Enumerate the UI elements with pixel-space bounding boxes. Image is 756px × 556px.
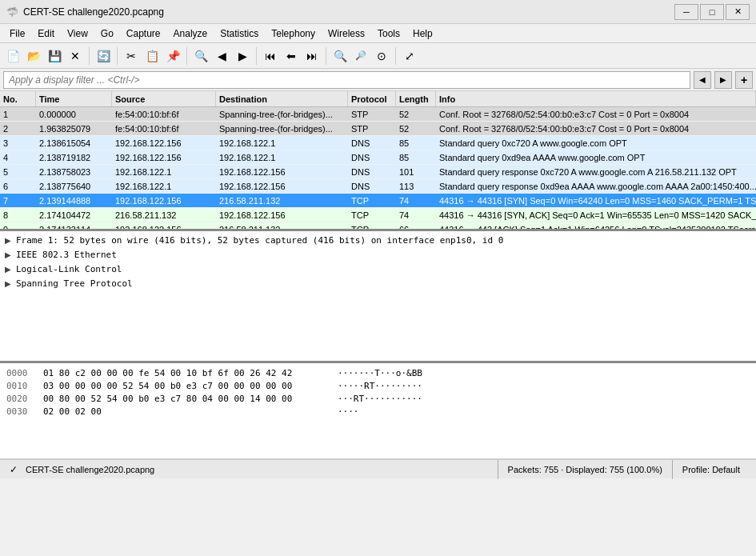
toolbar-close-button[interactable]: ✕ (66, 46, 85, 66)
filter-add-button[interactable]: + (735, 71, 753, 89)
col-header-protocol[interactable]: Protocol (348, 91, 396, 106)
menu-item-telephony[interactable]: Telephony (265, 25, 322, 42)
hex-row: 000001 80 c2 00 00 00 fe 54 00 10 bf 6f … (6, 366, 750, 379)
packet-detail: ▶Frame 1: 52 bytes on wire (416 bits), 5… (0, 231, 756, 363)
toolbar-sep-3 (186, 47, 187, 65)
hex-offset: 0000 (6, 368, 37, 378)
filter-input[interactable] (3, 71, 690, 89)
title-bar-controls[interactable]: ─ □ ✕ (674, 4, 750, 20)
packet-cell-dst: 192.168.122.156 (216, 165, 348, 178)
maximize-button[interactable]: □ (700, 4, 724, 20)
status-profile: Profile: Default (672, 460, 750, 479)
menu-item-help[interactable]: Help (406, 25, 439, 42)
packet-row[interactable]: 92.174133114192.168.122.156216.58.211.13… (0, 222, 756, 229)
packet-row[interactable]: 72.139144888192.168.122.156216.58.211.13… (0, 194, 756, 208)
title-bar-left: 🦈 CERT-SE challenge2020.pcapng (6, 6, 164, 18)
detail-toggle-icon: ▶ (5, 279, 16, 288)
detail-row[interactable]: ▶IEEE 802.3 Ethernet (3, 247, 753, 262)
packet-cell-src: 192.168.122.156 (112, 136, 216, 150)
col-header-length[interactable]: Length (396, 91, 436, 106)
packet-cell-time: 2.138758023 (36, 165, 112, 178)
toolbar-new-button[interactable]: 📄 (3, 46, 22, 66)
app-icon: 🦈 (6, 6, 18, 18)
packet-cell-dst: 192.168.122.1 (216, 136, 348, 150)
packet-list: No. Time Source Destination Protocol Len… (0, 91, 756, 231)
packet-cell-proto: TCP (348, 208, 396, 222)
toolbar-go-first-button[interactable]: ⏮ (261, 46, 280, 66)
detail-item-text: Spanning Tree Protocol (16, 278, 133, 289)
packet-row[interactable]: 32.138615054192.168.122.156192.168.122.1… (0, 136, 756, 150)
packet-cell-no: 5 (0, 165, 36, 178)
menu-item-file[interactable]: File (3, 25, 31, 42)
packet-cell-no: 4 (0, 150, 36, 164)
toolbar-zoom-normal-button[interactable]: ⊙ (372, 46, 391, 66)
col-header-no[interactable]: No. (0, 91, 36, 106)
col-header-info[interactable]: Info (436, 91, 756, 106)
packet-cell-proto: DNS (348, 165, 396, 178)
packet-cell-info: Standard query response 0xc720 A www.goo… (436, 165, 756, 178)
toolbar-resize-button[interactable]: ⤢ (400, 46, 419, 66)
toolbar-copy-button[interactable]: 📋 (142, 46, 162, 66)
detail-toggle-icon: ▶ (5, 236, 16, 245)
minimize-button[interactable]: ─ (674, 4, 698, 20)
col-header-source[interactable]: Source (112, 91, 216, 106)
hex-ascii: ···RT··········· (338, 394, 422, 404)
detail-row[interactable]: ▶Frame 1: 52 bytes on wire (416 bits), 5… (3, 233, 753, 247)
packet-cell-info: Standard query response 0xd9ea AAAA www.… (436, 179, 756, 193)
packet-row[interactable]: 62.138775640192.168.122.1192.168.122.156… (0, 179, 756, 194)
toolbar-reload-button[interactable]: 🔄 (94, 46, 113, 66)
menu-item-analyze[interactable]: Analyze (167, 25, 214, 42)
packet-cell-src: 192.168.122.1 (112, 179, 216, 193)
packet-cell-len: 101 (396, 165, 436, 178)
detail-item-text: Logical-Link Control (16, 264, 122, 274)
close-button[interactable]: ✕ (726, 4, 750, 20)
packet-cell-len: 113 (396, 179, 436, 193)
detail-row[interactable]: ▶Logical-Link Control (3, 262, 753, 276)
packet-cell-no: 2 (0, 122, 36, 135)
packet-row[interactable]: 52.138758023192.168.122.1192.168.122.156… (0, 165, 756, 179)
menu-item-wireless[interactable]: Wireless (322, 25, 371, 42)
toolbar-open-button[interactable]: 📂 (24, 46, 43, 66)
toolbar-prev-button[interactable]: ◀ (212, 46, 231, 66)
packet-row[interactable]: 10.000000fe:54:00:10:bf:6fSpanning-tree-… (0, 107, 756, 122)
detail-item-text: IEEE 802.3 Ethernet (16, 250, 117, 260)
hex-bytes: 01 80 c2 00 00 00 fe 54 00 10 bf 6f 00 2… (43, 368, 331, 378)
menu-item-tools[interactable]: Tools (371, 25, 406, 42)
menu-item-statistics[interactable]: Statistics (214, 25, 265, 42)
toolbar-go-prev-button[interactable]: ⬅ (282, 46, 301, 66)
packet-cell-proto: STP (348, 107, 396, 121)
packet-cell-info: 44316 → 44316 [SYN] Seq=0 Win=64240 Len=… (436, 194, 756, 207)
detail-item-text: Frame 1: 52 bytes on wire (416 bits), 52… (16, 235, 503, 246)
toolbar-cut-button[interactable]: ✂ (122, 46, 141, 66)
toolbar-paste-button[interactable]: 📌 (163, 46, 182, 66)
detail-row[interactable]: ▶Spanning Tree Protocol (3, 276, 753, 290)
toolbar: 📄 📂 💾 ✕ 🔄 ✂ 📋 📌 🔍 ◀ ▶ ⏮ ⬅ ⏭ 🔍 🔎 ⊙ ⤢ (0, 43, 756, 69)
col-header-destination[interactable]: Destination (216, 91, 348, 106)
toolbar-zoom-out-button[interactable]: 🔎 (351, 46, 370, 66)
toolbar-save-button[interactable]: 💾 (45, 46, 64, 66)
packet-row[interactable]: 42.138719182192.168.122.156192.168.122.1… (0, 150, 756, 165)
packet-cell-src: 192.168.122.156 (112, 150, 216, 164)
filter-back-button[interactable]: ◀ (694, 71, 711, 89)
menu-item-capture[interactable]: Capture (120, 25, 167, 42)
packet-cell-dst: 192.168.122.1 (216, 150, 348, 164)
status-bar: ✓ CERT-SE challenge2020.pcapng Packets: … (0, 459, 756, 478)
packet-row[interactable]: 21.963825079fe:54:00:10:bf:6fSpanning-tr… (0, 122, 756, 136)
toolbar-zoom-in-button[interactable]: 🔍 (330, 46, 350, 66)
packet-cell-info: Conf. Root = 32768/0/52:54:00:b0:e3:c7 C… (436, 122, 756, 135)
toolbar-find-button[interactable]: 🔍 (191, 46, 210, 66)
hex-offset: 0030 (6, 406, 37, 417)
toolbar-go-last-button[interactable]: ⏭ (302, 46, 322, 66)
toolbar-next-button[interactable]: ▶ (233, 46, 252, 66)
packet-cell-time: 2.174104472 (36, 208, 112, 222)
packet-row[interactable]: 82.174104472216.58.211.132192.168.122.15… (0, 208, 756, 222)
col-header-time[interactable]: Time (36, 91, 112, 106)
menu-item-view[interactable]: View (61, 25, 94, 42)
packet-cell-len: 74 (396, 208, 436, 222)
hex-row: 002000 80 00 52 54 00 b0 e3 c7 80 04 00 … (6, 392, 750, 405)
filter-forward-button[interactable]: ▶ (714, 71, 732, 89)
menu-item-edit[interactable]: Edit (31, 25, 61, 42)
menu-item-go[interactable]: Go (94, 25, 120, 42)
status-packets: Packets: 755 · Displayed: 755 (100.0%) (498, 460, 672, 479)
hex-ascii: ·····RT········· (338, 381, 422, 391)
